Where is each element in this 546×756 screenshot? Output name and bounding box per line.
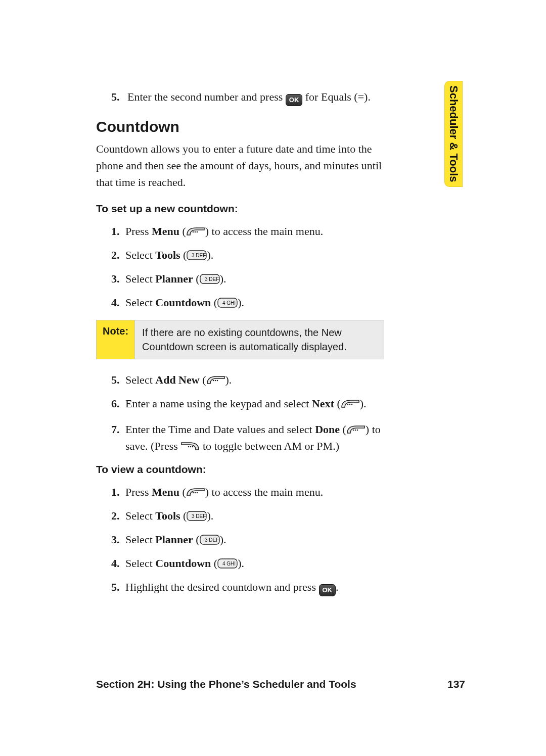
step-text: ). [220, 533, 226, 546]
step-body: Select Tools (3 DEF). [125, 247, 384, 263]
step-text: Select [125, 373, 155, 386]
intro-paragraph: Countdown allows you to enter a future d… [96, 140, 384, 191]
step-bold: Planner [155, 533, 193, 546]
section-tab: Scheduler & Tools [444, 81, 463, 187]
step-text: for Equals (=). [305, 90, 371, 103]
step-number: 5. [111, 90, 120, 103]
keypad-3-icon: 3 DEF [200, 534, 220, 545]
step-bold: Tools [155, 249, 180, 261]
step-text: ) to access the main menu. [205, 225, 323, 238]
list-item: 4.Select Countdown (4 GHI). [111, 294, 384, 311]
step-text: ( [340, 423, 346, 436]
step-body: Press Menu () to access the main menu. [125, 223, 384, 240]
softkey-left-icon [186, 226, 205, 237]
subheading-setup: To set up a new countdown: [96, 203, 384, 215]
list-item: 1.Press Menu () to access the main menu. [111, 484, 384, 500]
step-text: Select [125, 557, 155, 570]
svg-text:3 DEF: 3 DEF [192, 513, 206, 519]
manual-page: Scheduler & Tools 5. Enter the second nu… [0, 0, 546, 756]
step-text: Select [125, 296, 155, 309]
svg-text:3 DEF: 3 DEF [192, 253, 206, 258]
svg-text:4 GHI: 4 GHI [222, 561, 236, 566]
note-label: Note: [97, 320, 135, 359]
step-text: ( [200, 373, 206, 386]
step-text: ( [179, 486, 186, 498]
list-item: 6.Enter a name using the keypad and sele… [111, 395, 384, 412]
step-bold: Planner [155, 272, 193, 285]
list-item: 2.Select Tools (3 DEF). [111, 507, 384, 524]
list-item: 3.Select Planner (3 DEF). [111, 531, 384, 548]
step-number: 1. [111, 223, 125, 240]
step-text: Enter the Time and Date values and selec… [125, 423, 315, 436]
step-bold: Countdown [155, 557, 211, 570]
note-text: If there are no existing countdowns, the… [135, 320, 384, 359]
list-item: 5.Highlight the desired countdown and pr… [111, 579, 384, 596]
softkey-left-icon [341, 398, 360, 409]
svg-text:4 GHI: 4 GHI [222, 300, 236, 306]
step-bold: Menu [152, 486, 179, 498]
step-body: Highlight the desired countdown and pres… [125, 579, 384, 596]
softkey-left-icon [186, 487, 205, 498]
step-text: ( [180, 249, 187, 261]
softkey-left-icon [346, 424, 366, 435]
steps-setup-list-cont2: 7. Enter the Time and Date values and se… [96, 421, 384, 454]
step-text: Select [125, 249, 155, 261]
list-item: 7. Enter the Time and Date values and se… [111, 421, 384, 454]
step-number: 5. [111, 579, 125, 595]
step-body: Select Planner (3 DEF). [125, 531, 384, 548]
step-text: Enter the second number and press [127, 90, 286, 103]
step-text: Press [125, 486, 152, 498]
keypad-4-icon: 4 GHI [217, 297, 238, 308]
list-item: 2.Select Tools (3 DEF). [111, 247, 384, 263]
step-body: Select Tools (3 DEF). [125, 507, 384, 524]
step-text: ) to access the main menu. [205, 486, 323, 498]
step-number: 4. [111, 294, 125, 311]
step-text: ( [211, 296, 217, 309]
step-text: to toggle between AM or PM.) [200, 440, 339, 452]
step-text: ). [238, 296, 244, 309]
ok-key-icon: OK [319, 584, 336, 596]
note-box: Note: If there are no existing countdown… [96, 320, 384, 359]
keypad-3-icon: 3 DEF [200, 273, 220, 285]
step-text: ). [220, 272, 226, 285]
step-text: Enter a name using the keypad and select [125, 397, 312, 410]
step-bold: Done [315, 423, 340, 436]
step-text: ). [207, 249, 213, 261]
step-number: 6. [111, 395, 125, 412]
step-bold: Menu [152, 225, 179, 238]
list-item: 5.Select Add New (). [111, 371, 384, 388]
step-text: ). [360, 397, 367, 410]
step-body: Enter the Time and Date values and selec… [125, 421, 384, 454]
step-text: ( [179, 225, 186, 238]
step-text: ( [211, 557, 217, 570]
step-body: Select Countdown (4 GHI). [125, 294, 384, 311]
softkey-right-icon [180, 441, 200, 452]
step-number: 3. [111, 531, 125, 548]
step-number: 7. [111, 421, 125, 438]
step-bold: Next [312, 397, 334, 410]
step-text: ). [238, 557, 244, 570]
keypad-3-icon: 3 DEF [187, 250, 207, 261]
step-text: ). [207, 509, 213, 522]
step-number: 2. [111, 507, 125, 524]
step-body: Press Menu () to access the main menu. [125, 484, 384, 500]
keypad-3-icon: 3 DEF [187, 510, 207, 522]
section-heading: Countdown [96, 118, 384, 135]
step-text: ( [180, 509, 187, 522]
step-number: 1. [111, 484, 125, 500]
step-body: Enter a name using the keypad and select… [125, 395, 384, 412]
step-number: 3. [111, 270, 125, 287]
svg-text:3 DEF: 3 DEF [205, 537, 219, 543]
steps-setup-list: 1.Press Menu () to access the main menu.… [96, 223, 384, 311]
list-item: 4.Select Countdown (4 GHI). [111, 555, 384, 572]
list-item: 3.Select Planner (3 DEF). [111, 270, 384, 287]
footer-section: Section 2H: Using the Phone’s Scheduler … [96, 678, 356, 690]
step-text: ( [193, 533, 200, 546]
softkey-left-icon [206, 374, 225, 386]
step-text: . [336, 581, 339, 593]
step-body: Select Planner (3 DEF). [125, 270, 384, 287]
step-number: 5. [111, 371, 125, 388]
step-bold: Tools [155, 509, 180, 522]
steps-view-list: 1.Press Menu () to access the main menu.… [96, 484, 384, 596]
content-column: 5. Enter the second number and press OK … [96, 88, 384, 596]
